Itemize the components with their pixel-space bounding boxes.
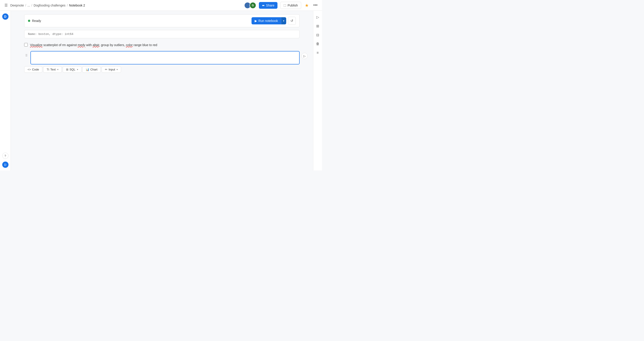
right-panel-run-icon[interactable]: ▷ xyxy=(314,14,321,20)
star-button[interactable]: ★ xyxy=(304,2,310,9)
text-type-button[interactable]: Tt Text ▾ xyxy=(43,66,62,73)
sidebar-bottom: ? D xyxy=(2,152,8,168)
breadcrumb-sep-3: / xyxy=(67,4,68,7)
sql-label: SQL xyxy=(70,68,76,71)
content-area: Ready ▶ Run notebook ▾ ↺ Name: boston, d… xyxy=(11,11,313,170)
sidebar-logo[interactable]: D xyxy=(2,14,8,20)
checkbox-row: Visualize scatterplot of rm against medy… xyxy=(24,41,300,49)
active-cell[interactable] xyxy=(30,51,300,64)
text-label: Text xyxy=(50,68,56,71)
run-notebook-label: Run notebook xyxy=(258,19,278,22)
share-button[interactable]: ⬌ Share xyxy=(259,2,278,9)
color-word: color xyxy=(126,43,133,47)
chart-type-button[interactable]: 📊 Chart xyxy=(82,66,101,73)
breadcrumb: Deepnote / ... / Dogfooding challenges /… xyxy=(10,4,85,7)
breadcrumb-ellipsis[interactable]: ... xyxy=(28,4,30,7)
task-label: Visualize scatterplot of rm against medy… xyxy=(30,43,157,48)
text-icon: Tt xyxy=(46,68,49,71)
share-label: Share xyxy=(266,4,274,7)
breadcrumb-project[interactable]: Dogfooding challenges xyxy=(34,4,65,7)
hamburger-icon[interactable]: ☰ xyxy=(4,2,8,8)
run-notebook-button[interactable]: ▶ Run notebook xyxy=(252,17,281,24)
deepnote-bottom-icon[interactable]: D xyxy=(2,162,8,168)
run-play-icon: ▶ xyxy=(255,19,257,22)
input-icon: ✏ xyxy=(105,68,108,71)
breadcrumb-current: Notebook 2 xyxy=(69,4,85,7)
input-caret-icon: ▾ xyxy=(116,68,118,71)
code-icon: <> xyxy=(28,68,31,71)
status-dot xyxy=(28,20,30,22)
avatar-group: G xyxy=(244,2,256,9)
code-type-button[interactable]: <> Code xyxy=(24,66,42,73)
publish-icon: ⬚ xyxy=(284,4,286,7)
code-label: Code xyxy=(32,68,39,71)
help-icon[interactable]: ? xyxy=(2,152,8,159)
cell-type-toolbar: <> Code Tt Text ▾ ⊞ SQL ▾ 📊 Chart xyxy=(24,66,300,73)
right-panel-menu-icon[interactable]: ≡ xyxy=(314,49,321,56)
topnav-left: ☰ Deepnote / ... / Dogfooding challenges… xyxy=(4,2,242,8)
input-label: Input xyxy=(108,68,115,71)
run-dropdown-button[interactable]: ▾ xyxy=(281,17,286,24)
breadcrumb-sep-2: / xyxy=(31,4,32,7)
right-panel: ▷ ⊞ ⊟ 🗑 ≡ xyxy=(313,11,322,170)
right-panel-delete-icon[interactable]: 🗑 xyxy=(314,40,321,48)
breadcrumb-sep-1: / xyxy=(25,4,26,7)
chart-label: Chart xyxy=(90,68,98,71)
main-layout: D ? D Ready ▶ Run notebook ▾ ↺ Name: bo xyxy=(0,11,322,170)
partial-code-cell: Name: boston, dtype: int64 xyxy=(24,30,300,38)
text-caret-icon: ▾ xyxy=(57,68,58,71)
status-bar: Ready ▶ Run notebook ▾ ↺ xyxy=(24,14,300,27)
share-icon: ⬌ xyxy=(262,4,265,7)
avatar-user2[interactable]: G xyxy=(250,2,256,9)
cell-drag-handle[interactable]: ⠿ xyxy=(24,51,29,57)
topnav: ☰ Deepnote / ... / Dogfooding challenges… xyxy=(0,0,322,11)
altair-word: altair xyxy=(93,43,99,47)
refresh-button[interactable]: ↺ xyxy=(288,17,296,25)
left-sidebar: D ? D xyxy=(0,11,11,170)
cell-editor[interactable] xyxy=(31,52,299,64)
sql-caret-icon: ▾ xyxy=(77,68,78,71)
status-text: Ready xyxy=(32,19,41,22)
right-panel-table-icon[interactable]: ⊟ xyxy=(314,31,321,38)
cell-run-icon[interactable]: ▷ xyxy=(302,53,308,59)
medy-word: medy xyxy=(78,43,85,47)
cell-section: Name: boston, dtype: int64 Visualize sca… xyxy=(24,30,300,73)
run-btn-group: ▶ Run notebook ▾ xyxy=(252,17,286,24)
more-button[interactable]: ••• xyxy=(312,2,318,8)
sql-icon: ⊞ xyxy=(66,68,68,71)
chart-icon: 📊 xyxy=(86,68,89,71)
publish-button[interactable]: ⬚ Publish xyxy=(280,2,301,9)
right-panel-grid-icon[interactable]: ⊞ xyxy=(314,22,321,30)
visualize-word: Visualize xyxy=(30,43,42,47)
partial-code-text: Name: boston, dtype: int64 xyxy=(28,32,74,36)
task-checkbox[interactable] xyxy=(24,43,28,46)
publish-label: Publish xyxy=(288,4,298,7)
breadcrumb-home[interactable]: Deepnote xyxy=(10,4,24,7)
topnav-right: G ⬌ Share ⬚ Publish ★ ••• xyxy=(244,2,318,9)
active-cell-wrapper: ⠿ ▷ xyxy=(24,51,300,64)
sql-type-button[interactable]: ⊞ SQL ▾ xyxy=(63,66,82,73)
input-type-button[interactable]: ✏ Input ▾ xyxy=(102,66,121,73)
